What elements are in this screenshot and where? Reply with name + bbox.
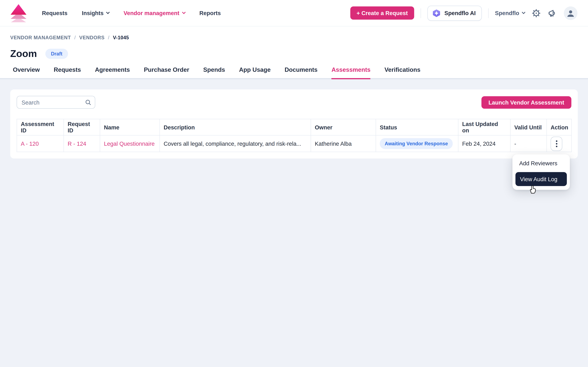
col-last-updated: Last Updated on xyxy=(458,119,510,135)
menu-item-add-reviewers[interactable]: Add Reviewers xyxy=(512,154,570,167)
col-name: Name xyxy=(100,119,160,135)
last-updated-cell: Feb 24, 2024 xyxy=(458,135,510,152)
chevron-down-icon xyxy=(522,10,525,14)
assessments-table: Assessment ID Request ID Name Descriptio… xyxy=(17,119,571,152)
nav-item-insights[interactable]: Insights xyxy=(82,10,109,16)
breadcrumb: VENDOR MANAGEMENT / VENDORS / V-1045 xyxy=(10,35,578,40)
tab-requests[interactable]: Requests xyxy=(54,67,81,78)
assessment-status-cell: Awaiting Vendor Response xyxy=(376,135,458,152)
col-status: Status xyxy=(376,119,458,135)
org-dropdown[interactable]: Spendflo xyxy=(495,10,525,16)
col-owner: Owner xyxy=(311,119,376,135)
chevron-down-icon xyxy=(182,10,186,14)
breadcrumb-vendor-management[interactable]: VENDOR MANAGEMENT xyxy=(10,35,71,40)
chevron-down-icon xyxy=(106,10,110,14)
assessment-description: Covers all legal, compliance, regulatory… xyxy=(160,135,311,152)
primary-nav: Requests Insights Vendor management Repo… xyxy=(42,10,221,16)
assessments-card: Launch Vendor Assessment Assessment ID R… xyxy=(10,89,578,158)
announcements-button[interactable] xyxy=(548,8,557,18)
table-header-row: Assessment ID Request ID Name Descriptio… xyxy=(17,119,572,135)
user-avatar[interactable] xyxy=(564,6,577,20)
settings-button[interactable] xyxy=(531,8,541,18)
nav-item-vendor-management[interactable]: Vendor management xyxy=(124,10,185,16)
search-input[interactable] xyxy=(17,96,95,108)
tab-bar: Overview Requests Agreements Purchase Or… xyxy=(0,60,588,79)
action-cell xyxy=(547,135,571,152)
assessment-name-link[interactable]: Legal Questionnaire xyxy=(100,135,160,152)
nav-item-requests[interactable]: Requests xyxy=(42,10,67,16)
assessment-owner: Katherine Alba xyxy=(311,135,376,152)
breadcrumb-separator: / xyxy=(74,35,76,40)
spendflo-logo-icon[interactable] xyxy=(10,4,27,22)
app-window: Requests Insights Vendor management Repo… xyxy=(0,0,588,367)
table-row: A - 120 R - 124 Legal Questionnaire Cove… xyxy=(17,135,572,152)
divider xyxy=(421,8,421,18)
page-title: Zoom xyxy=(10,48,37,60)
card-toolbar: Launch Vendor Assessment xyxy=(17,96,571,108)
person-icon xyxy=(566,8,575,17)
divider xyxy=(488,8,489,18)
tab-documents[interactable]: Documents xyxy=(285,67,318,78)
col-valid-until: Valid Until xyxy=(510,119,547,135)
gear-icon xyxy=(531,8,541,18)
menu-item-view-audit-log[interactable]: View Audit Log xyxy=(515,172,567,186)
title-row: Zoom Draft xyxy=(10,48,578,60)
assessment-id-link[interactable]: A - 120 xyxy=(17,135,64,152)
valid-until-cell: - xyxy=(510,135,547,152)
row-actions-menu: Add Reviewers View Audit Log xyxy=(512,154,570,190)
content-area: Launch Vendor Assessment Assessment ID R… xyxy=(0,79,588,169)
col-description: Description xyxy=(160,119,311,135)
row-actions-button[interactable] xyxy=(551,136,562,151)
status-badge: Awaiting Vendor Response xyxy=(380,138,453,149)
search-wrap xyxy=(17,96,95,108)
col-action: Action xyxy=(547,119,571,135)
megaphone-icon xyxy=(548,8,557,18)
page-header: VENDOR MANAGEMENT / VENDORS / V-1045 Zoo… xyxy=(0,26,588,59)
create-request-button[interactable]: + Create a Request xyxy=(350,6,414,20)
navbar-right-group: + Create a Request Spendflo AI Spendflo xyxy=(350,5,577,21)
request-id-link[interactable]: R - 124 xyxy=(64,135,100,152)
tab-purchase-order[interactable]: Purchase Order xyxy=(144,67,189,78)
breadcrumb-vendors[interactable]: VENDORS xyxy=(79,35,104,40)
tab-spends[interactable]: Spends xyxy=(203,67,225,78)
search-icon xyxy=(85,99,91,106)
ai-cube-icon xyxy=(432,8,441,17)
status-badge: Draft xyxy=(45,49,68,59)
tab-agreements[interactable]: Agreements xyxy=(95,67,130,78)
hand-cursor-icon xyxy=(528,184,537,194)
breadcrumb-separator: / xyxy=(108,35,109,40)
tab-assessments[interactable]: Assessments xyxy=(332,67,371,78)
col-assessment-id: Assessment ID xyxy=(17,119,64,135)
spendflo-ai-button[interactable]: Spendflo AI xyxy=(427,5,482,21)
launch-vendor-assessment-button[interactable]: Launch Vendor Assessment xyxy=(481,96,571,108)
breadcrumb-current: V-1045 xyxy=(113,35,129,40)
tab-verifications[interactable]: Verifications xyxy=(385,67,420,78)
top-navbar: Requests Insights Vendor management Repo… xyxy=(0,0,588,26)
col-request-id: Request ID xyxy=(64,119,100,135)
tab-app-usage[interactable]: App Usage xyxy=(239,67,271,78)
nav-item-reports[interactable]: Reports xyxy=(199,10,221,16)
tab-overview[interactable]: Overview xyxy=(13,67,40,78)
